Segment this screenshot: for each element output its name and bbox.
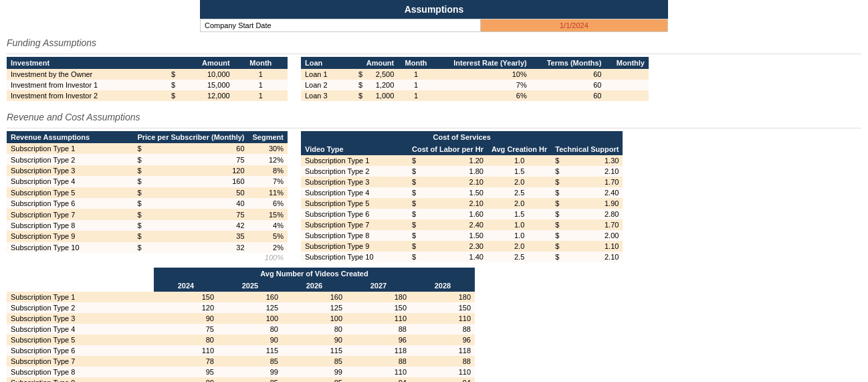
- rev-price: 160: [146, 176, 249, 187]
- cost-type: Subscription Type 7: [301, 219, 408, 230]
- rev-dollar: $: [133, 198, 145, 209]
- rev-type: Subscription Type 9: [7, 231, 133, 242]
- inv-col-month: Month: [234, 57, 288, 69]
- avg-videos-section: Avg Number of Videos Created 2024 2025 2…: [0, 268, 868, 382]
- avg-type: Subscription Type 4: [7, 324, 154, 335]
- rev-segment: 4%: [249, 220, 288, 231]
- avg-2027: 180: [346, 292, 411, 302]
- loan-interest: 10%: [434, 69, 531, 80]
- rev-dollar: $: [133, 154, 145, 165]
- loan-col-amount: Amount: [354, 57, 398, 69]
- loan-header-row: Loan Amount Month Interest Rate (Yearly)…: [301, 57, 649, 69]
- avg-videos-row: Subscription Type 3 90 100 100 110 110: [7, 313, 475, 324]
- cost-type: Subscription Type 6: [301, 209, 408, 219]
- cost-row: Subscription Type 9 $ 2.30 2.0 $ 1.10: [301, 241, 623, 252]
- cost-type: Subscription Type 2: [301, 166, 408, 177]
- avg-2025: 80: [218, 324, 282, 335]
- cost-dollar1: $: [408, 187, 420, 198]
- inv-name: Investment from Investor 2: [7, 90, 167, 101]
- avg-2024: 110: [154, 345, 218, 356]
- avg-2025: 100: [218, 313, 282, 324]
- cost-row: Subscription Type 4 $ 1.50 2.5 $ 2.40: [301, 187, 623, 198]
- avg-2028: 110: [411, 367, 475, 377]
- rev-col-type: Revenue Assumptions: [7, 131, 133, 143]
- avg-main-header-row: Avg Number of Videos Created: [7, 268, 475, 280]
- avg-2025: 99: [218, 367, 282, 377]
- cost-dollar2: $: [551, 209, 563, 219]
- rev-type: Subscription Type 8: [7, 220, 133, 231]
- rev-type: Subscription Type 1: [7, 143, 133, 154]
- revenue-row: Subscription Type 6 $ 40 6%: [7, 198, 288, 209]
- rev-type: Subscription Type 7: [7, 209, 133, 219]
- loan-dollar: $: [354, 80, 366, 90]
- avg-type-col: [7, 280, 154, 292]
- cost-type: Subscription Type 9: [301, 241, 408, 252]
- revenue-row: Subscription Type 2 $ 75 12%: [7, 154, 288, 165]
- cost-labor: 1.50: [420, 230, 487, 241]
- avg-videos-row: Subscription Type 7 78 85 85 88 88: [7, 356, 475, 367]
- avg-type: Subscription Type 2: [7, 302, 154, 313]
- avg-2024: 75: [154, 324, 218, 335]
- revenue-cost-row: Revenue Assumptions Price per Subscriber…: [0, 131, 868, 262]
- cost-labor: 2.10: [420, 198, 487, 209]
- avg-2027: 94: [346, 377, 411, 382]
- avg-videos-row: Subscription Type 1 150 160 160 180 180: [7, 292, 475, 302]
- investment-row: Investment from Investor 1 $ 15,000 1: [7, 80, 288, 90]
- page-title: Assumptions: [405, 4, 464, 15]
- loan-col-loan: Loan: [301, 57, 354, 69]
- cost-row: Subscription Type 6 $ 1.60 1.5 $ 2.80: [301, 209, 623, 219]
- cost-creation: 2.0: [487, 198, 551, 209]
- cost-dollar1: $: [408, 230, 420, 241]
- avg-type: Subscription Type 5: [7, 335, 154, 345]
- avg-2025: 85: [218, 356, 282, 367]
- avg-2026: 80: [282, 324, 346, 335]
- header-bar: Assumptions: [200, 0, 668, 19]
- cost-overhead: 2.40: [563, 187, 623, 198]
- loan-row: Loan 3 $ 1,000 1 6% 60: [301, 90, 649, 101]
- avg-2028: 150: [411, 302, 475, 313]
- loan-terms: 60: [531, 69, 606, 80]
- cost-overhead: 2.80: [563, 209, 623, 219]
- cost-overhead: 2.00: [563, 230, 623, 241]
- cost-creation: 2.0: [487, 177, 551, 187]
- inv-dollar: $: [167, 90, 179, 101]
- rev-price: 60: [146, 143, 249, 154]
- rev-segment: 5%: [249, 231, 288, 242]
- rev-type: Subscription Type 10: [7, 242, 133, 253]
- investment-row: Investment by the Owner $ 10,000 1: [7, 69, 288, 80]
- avg-2024: 95: [154, 367, 218, 377]
- rev-type: Subscription Type 3: [7, 165, 133, 176]
- revenue-row: Subscription Type 1 $ 60 30%: [7, 143, 288, 154]
- cost-dollar2: $: [551, 177, 563, 187]
- avg-type: Subscription Type 7: [7, 356, 154, 367]
- company-start-label: Company Start Date: [201, 19, 481, 31]
- inv-col-amount: Amount: [167, 57, 234, 69]
- inv-dollar: $: [167, 80, 179, 90]
- cost-main-header-row: Cost of Services: [301, 131, 623, 143]
- company-start-value: 1/1/2024: [481, 19, 667, 31]
- inv-amount: 15,000: [179, 80, 234, 90]
- cost-overhead: 2.10: [563, 252, 623, 262]
- loan-name: Loan 3: [301, 90, 354, 101]
- cost-type: Subscription Type 1: [301, 155, 408, 166]
- cost-row: Subscription Type 2 $ 1.80 1.5 $ 2.10: [301, 166, 623, 177]
- rev-dollar: $: [133, 187, 145, 198]
- cost-dollar1: $: [408, 166, 420, 177]
- avg-2027: 110: [346, 313, 411, 324]
- rev-type: Subscription Type 5: [7, 187, 133, 198]
- avg-2028: 94: [411, 377, 475, 382]
- loan-month: 1: [398, 80, 434, 90]
- investment-header-row: Investment Amount Month: [7, 57, 288, 69]
- loan-col-interest: Interest Rate (Yearly): [434, 57, 531, 69]
- cost-col-labor: Cost of Labor per Hr: [408, 143, 487, 155]
- revenue-header-row: Revenue Assumptions Price per Subscriber…: [7, 131, 288, 143]
- cost-dollar2: $: [551, 198, 563, 209]
- revenue-row: Subscription Type 10 $ 32 2%: [7, 242, 288, 253]
- loan-amount: 1,000: [366, 90, 398, 101]
- cost-overhead: 1.30: [563, 155, 623, 166]
- avg-years-header-row: 2024 2025 2026 2027 2028: [7, 280, 475, 292]
- rev-segment: 7%: [249, 176, 288, 187]
- avg-type: Subscription Type 9: [7, 377, 154, 382]
- avg-videos-table: Avg Number of Videos Created 2024 2025 2…: [7, 268, 475, 382]
- cost-overhead: 1.10: [563, 241, 623, 252]
